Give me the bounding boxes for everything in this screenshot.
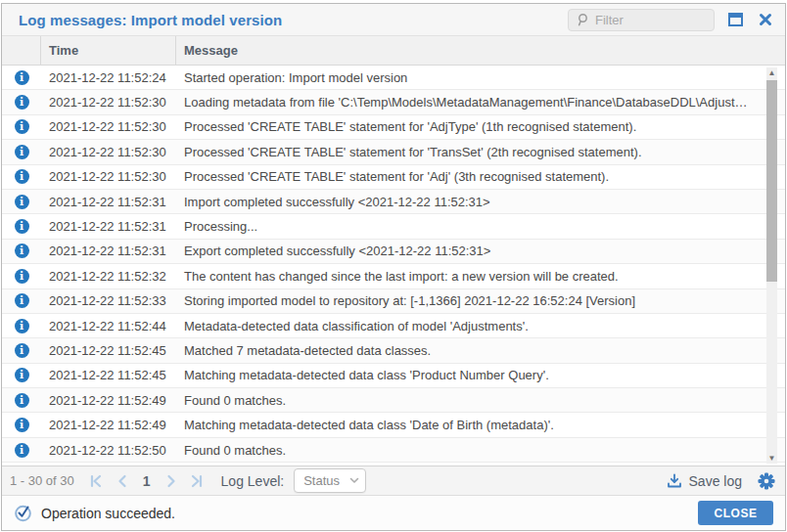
log-level-label: Log Level: xyxy=(221,473,285,489)
table-row[interactable]: i 2021-12-22 11:52:45 Matched 7 metadata… xyxy=(2,338,785,363)
log-footer-toolbar: 1 - 30 of 30 1 Log Level: Status xyxy=(2,466,785,495)
table-row[interactable]: i 2021-12-22 11:52:30 Processed 'CREATE … xyxy=(2,165,785,190)
info-icon: i xyxy=(15,119,29,134)
table-row[interactable]: i 2021-12-22 11:52:30 Loading metadata f… xyxy=(2,90,785,114)
chevron-down-icon xyxy=(349,477,359,484)
maximize-icon[interactable] xyxy=(727,12,744,28)
log-level-select[interactable]: Status xyxy=(294,468,366,493)
row-icon-cell: i xyxy=(2,195,41,209)
log-message: Matching metadata-detected data class 'P… xyxy=(176,368,785,382)
table-row[interactable]: i 2021-12-22 11:52:31 Processing... xyxy=(2,214,785,239)
info-icon: i xyxy=(15,319,29,333)
info-icon: i xyxy=(15,343,29,358)
column-header-icon[interactable] xyxy=(2,36,41,65)
info-icon: i xyxy=(15,195,29,209)
log-message: Metadata-detected data classification of… xyxy=(176,319,785,333)
filter-box[interactable] xyxy=(568,9,715,31)
first-page-icon[interactable] xyxy=(88,472,106,490)
table-row[interactable]: i 2021-12-22 11:52:45 Matching metadata-… xyxy=(2,364,785,388)
log-time: 2021-12-22 11:52:45 xyxy=(41,368,176,382)
status-bar: Operation succeeded. CLOSE xyxy=(2,495,785,530)
scrollbar-thumb[interactable] xyxy=(766,80,777,282)
log-time: 2021-12-22 11:52:30 xyxy=(41,169,176,184)
info-icon: i xyxy=(15,95,29,110)
log-time: 2021-12-22 11:52:32 xyxy=(41,269,176,284)
scroll-up-icon[interactable]: ▲ xyxy=(766,67,777,78)
filter-input[interactable] xyxy=(595,13,707,27)
screen: Log messages: Import model version xyxy=(0,0,787,532)
log-message: Processing... xyxy=(176,219,785,234)
table-row[interactable]: i 2021-12-22 11:52:44 Metadata-detected … xyxy=(2,314,785,338)
log-message: Found 0 matches. xyxy=(176,443,785,458)
log-table-header: Time Message xyxy=(2,36,785,66)
table-row[interactable]: i 2021-12-22 11:52:31 Export completed s… xyxy=(2,240,785,264)
row-icon-cell: i xyxy=(2,293,41,308)
info-icon: i xyxy=(15,418,29,432)
log-time: 2021-12-22 11:52:30 xyxy=(41,95,176,110)
table-row[interactable]: i 2021-12-22 11:52:49 Found 0 matches. xyxy=(2,388,785,413)
info-icon: i xyxy=(15,443,29,458)
table-row[interactable]: i 2021-12-22 11:52:32 The content has ch… xyxy=(2,264,785,288)
column-header-message[interactable]: Message xyxy=(176,43,785,58)
log-time: 2021-12-22 11:52:30 xyxy=(41,145,176,159)
info-icon: i xyxy=(15,269,29,284)
table-row[interactable]: i 2021-12-22 11:52:30 Processed 'CREATE … xyxy=(2,140,785,164)
titlebar-actions xyxy=(568,9,773,31)
dialog-titlebar: Log messages: Import model version xyxy=(2,4,785,36)
table-row[interactable]: i 2021-12-22 11:52:30 Processed 'CREATE … xyxy=(2,115,785,140)
save-log-button[interactable]: Save log xyxy=(667,473,742,489)
info-icon: i xyxy=(15,145,29,159)
scroll-down-icon[interactable]: ▼ xyxy=(766,453,777,464)
row-icon-cell: i xyxy=(2,244,41,258)
footer-right: Save log xyxy=(667,472,775,490)
row-icon-cell: i xyxy=(2,319,41,333)
info-icon: i xyxy=(15,169,29,184)
log-message: Processed 'CREATE TABLE' statement for '… xyxy=(176,145,785,159)
current-page[interactable]: 1 xyxy=(139,473,155,489)
table-row[interactable]: i 2021-12-22 11:52:33 Storing imported m… xyxy=(2,289,785,314)
row-icon-cell: i xyxy=(2,169,41,184)
log-time: 2021-12-22 11:52:50 xyxy=(41,443,176,458)
save-log-label: Save log xyxy=(689,473,742,489)
log-table-body: i 2021-12-22 11:52:24 Started operation:… xyxy=(2,66,785,466)
close-button[interactable]: CLOSE xyxy=(698,501,773,525)
log-message: Matching metadata-detected data class 'D… xyxy=(176,418,785,432)
log-message: Found 0 matches. xyxy=(176,393,785,408)
table-row[interactable]: i 2021-12-22 11:52:49 Matching metadata-… xyxy=(2,413,785,437)
pager: 1 xyxy=(88,472,206,490)
row-icon-cell: i xyxy=(2,343,41,358)
log-message: Storing imported model to repository at:… xyxy=(176,293,785,308)
next-page-icon[interactable] xyxy=(162,472,180,490)
status-message-wrap: Operation succeeded. xyxy=(14,504,175,522)
log-time: 2021-12-22 11:52:45 xyxy=(41,343,176,358)
search-icon xyxy=(576,13,589,26)
table-row[interactable]: i 2021-12-22 11:52:31 Import completed s… xyxy=(2,190,785,214)
row-icon-cell: i xyxy=(2,119,41,134)
log-time: 2021-12-22 11:52:44 xyxy=(41,319,176,333)
row-icon-cell: i xyxy=(2,145,41,159)
log-message: Started operation: Import model version xyxy=(176,70,785,85)
prev-page-icon[interactable] xyxy=(114,472,131,490)
table-row[interactable]: i 2021-12-22 11:52:24 Started operation:… xyxy=(2,66,785,90)
log-time: 2021-12-22 11:52:24 xyxy=(41,70,176,85)
last-page-icon[interactable] xyxy=(188,472,206,490)
row-icon-cell: i xyxy=(2,219,41,234)
row-icon-cell: i xyxy=(2,269,41,284)
log-time: 2021-12-22 11:52:33 xyxy=(41,293,176,308)
column-header-time[interactable]: Time xyxy=(41,36,176,65)
row-icon-cell: i xyxy=(2,418,41,432)
row-icon-cell: i xyxy=(2,443,41,458)
table-row[interactable]: i 2021-12-22 11:52:50 Matching metadata-… xyxy=(2,463,785,466)
status-message: Operation succeeded. xyxy=(41,506,175,521)
row-icon-cell: i xyxy=(2,70,41,85)
vertical-scrollbar[interactable]: ▲ ▼ xyxy=(766,67,777,464)
log-time: 2021-12-22 11:52:30 xyxy=(41,119,176,134)
close-icon[interactable] xyxy=(757,12,773,28)
info-icon: i xyxy=(15,70,29,85)
info-icon: i xyxy=(15,393,29,408)
table-row[interactable]: i 2021-12-22 11:52:50 Found 0 matches. xyxy=(2,438,785,463)
gear-icon[interactable] xyxy=(758,472,775,490)
download-icon xyxy=(667,473,682,489)
log-time: 2021-12-22 11:52:49 xyxy=(41,418,176,432)
log-message: The content has changed since the last i… xyxy=(176,269,785,284)
